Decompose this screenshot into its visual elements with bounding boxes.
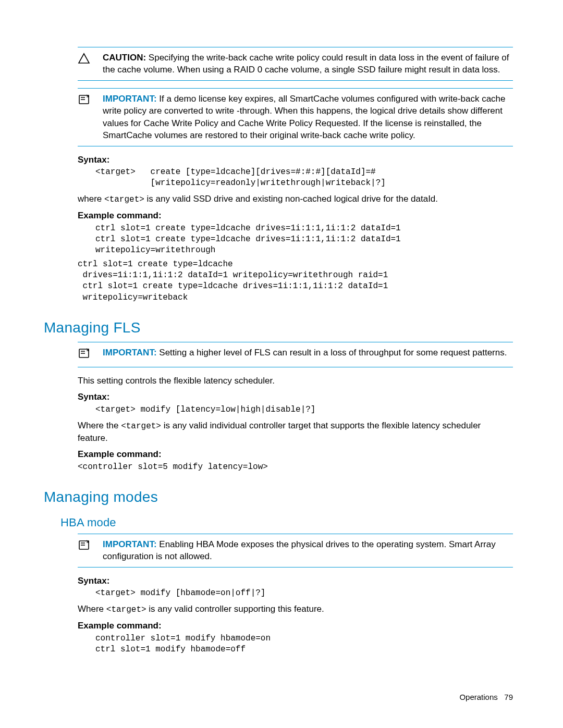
- where-line: where <target> is any valid SSD drive an…: [78, 193, 513, 205]
- heading-managing-modes: Managing modes: [44, 487, 513, 508]
- caution-callout: CAUTION: Specifying the write-back cache…: [78, 47, 513, 81]
- syntax-code: <target> modify [hbamode=on|off|?]: [95, 588, 513, 599]
- example-code: ctrl slot=1 create type=ldcache drives=1…: [95, 223, 513, 256]
- callout-text: If a demo license key expires, all Smart…: [103, 94, 506, 140]
- important-callout-1: IMPORTANT: If a demo license key expires…: [78, 88, 513, 146]
- syntax-code: <target> create [type=ldcache][drives=#:…: [95, 167, 513, 189]
- important-icon: [78, 93, 103, 108]
- callout-label: CAUTION:: [103, 53, 146, 63]
- important-icon: [78, 538, 103, 554]
- footer-page-number: 79: [504, 693, 513, 701]
- callout-text: Setting a higher level of FLS can result…: [159, 348, 507, 357]
- callout-label: IMPORTANT:: [103, 94, 157, 104]
- where-line: Where <target> is any valid controller s…: [78, 603, 513, 615]
- important-callout-2: IMPORTANT: Setting a higher level of FLS…: [78, 342, 513, 367]
- example-code: controller slot=1 modify hbamode=on ctrl…: [95, 633, 513, 655]
- callout-label: IMPORTANT:: [103, 539, 157, 549]
- syntax-label: Syntax:: [78, 391, 513, 403]
- fls-intro: This setting controls the flexible laten…: [78, 375, 513, 387]
- example-label: Example command:: [78, 209, 513, 221]
- example-code-2: ctrl slot=1 create type=ldcache drives=1…: [78, 259, 513, 303]
- section-smartcache: Syntax: <target> create [type=ldcache][d…: [78, 154, 513, 303]
- content-area: CAUTION: Specifying the write-back cache…: [78, 47, 513, 146]
- example-label: Example command:: [78, 620, 513, 632]
- important-icon: [78, 347, 103, 362]
- page-footer: Operations 79: [459, 692, 513, 703]
- where-line: Where the <target> is any valid individu…: [78, 419, 513, 445]
- footer-section: Operations: [459, 693, 497, 701]
- callout-text: Specifying the write-back cache write po…: [103, 53, 509, 75]
- subheading-hba-mode: HBA mode: [60, 515, 513, 530]
- callout-text: Enabling HBA Mode exposes the physical d…: [103, 539, 496, 561]
- caution-icon: [78, 52, 103, 67]
- example-label: Example command:: [78, 448, 513, 460]
- callout-label: IMPORTANT:: [103, 348, 157, 357]
- syntax-label: Syntax:: [78, 575, 513, 587]
- syntax-code: <target> modify [latency=low|high|disabl…: [95, 404, 513, 415]
- example-code: <controller slot=5 modify latency=low>: [78, 462, 513, 473]
- syntax-label: Syntax:: [78, 154, 513, 166]
- page: CAUTION: Specifying the write-back cache…: [0, 0, 563, 728]
- important-callout-3: IMPORTANT: Enabling HBA Mode exposes the…: [78, 534, 513, 567]
- heading-managing-fls: Managing FLS: [44, 318, 513, 338]
- section-hba: IMPORTANT: Enabling HBA Mode exposes the…: [78, 534, 513, 655]
- section-fls: IMPORTANT: Setting a higher level of FLS…: [78, 342, 513, 473]
